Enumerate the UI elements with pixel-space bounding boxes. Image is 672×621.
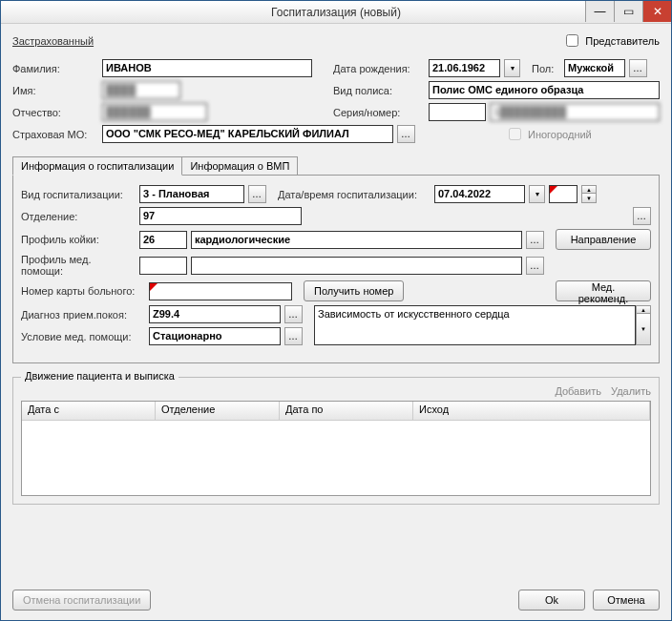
bed-profile-code-field[interactable]: 26 [139,231,187,249]
med-profile-label: Профиль мед. помощи: [21,254,136,277]
insured-link[interactable]: Застрахованный [12,35,94,47]
movement-grid-body[interactable] [22,421,650,495]
lastname-field[interactable]: ИВАНОВ [102,59,312,77]
bed-profile-picker-icon[interactable]: … [526,231,544,249]
number-field[interactable]: 1█████████ [490,103,660,121]
close-button[interactable]: ✕ [642,1,671,22]
tab-vmp-info[interactable]: Информация о ВМП [182,156,298,176]
dob-dropdown-icon[interactable]: ▾ [504,59,520,77]
med-profile-name-field[interactable] [191,257,522,275]
dob-label: Дата рождения: [333,63,425,74]
maximize-button[interactable]: ▭ [614,1,642,22]
bed-profile-label: Профиль койки: [21,234,136,245]
smo-picker-icon[interactable]: … [397,125,415,143]
minimize-button[interactable]: — [585,1,614,22]
get-number-button[interactable]: Получить номер [304,280,404,301]
referral-button[interactable]: Направление [556,229,651,250]
care-condition-label: Условие мед. помощи: [21,331,145,342]
admission-diag-text[interactable] [314,305,636,345]
tab-hospitalization-info[interactable]: Информация о госпитализации [12,156,182,176]
department-label: Отделение: [21,211,136,222]
representative-checkbox[interactable] [566,34,578,47]
movement-title: Движение пациента и выписка [21,370,178,382]
ok-button[interactable]: Ok [518,590,585,611]
required-marker-icon [150,283,158,291]
col-outcome[interactable]: Исход [413,402,650,420]
movement-grid[interactable]: Дата с Отделение Дата по Исход [21,401,651,496]
add-movement-link[interactable]: Добавить [555,385,601,397]
series-label: Серия/номер: [333,107,425,118]
tab-body: Вид госпитализации: 3 - Плановая … Дата/… [12,175,660,363]
col-date-from[interactable]: Дата с [22,402,156,420]
firstname-field[interactable]: ████ [102,81,180,99]
nonresident-checkbox-wrap: Иногородний [505,125,592,143]
representative-label: Представитель [585,35,660,47]
smo-field[interactable]: ООО "СМК РЕСО-МЕД" КАРЕЛЬСКИЙ ФИЛИАЛ [102,125,393,143]
care-condition-picker-icon[interactable]: … [284,327,303,345]
window-title: Госпитализация (новый) [271,6,401,19]
tab-strip: Информация о госпитализации Информация о… [12,156,660,176]
bed-profile-name-field[interactable]: кардиологические [191,231,522,249]
hosp-type-field[interactable]: 3 - Плановая [139,185,244,203]
chevron-up-icon[interactable]: ▲ [636,305,651,314]
movement-groupbox: Движение пациента и выписка Добавить Уда… [12,377,660,505]
hosp-type-picker-icon[interactable]: … [248,185,266,203]
hospitalization-dialog: Госпитализация (новый) — ▭ ✕ Застрахован… [0,0,672,621]
med-profile-code-field[interactable] [139,257,187,275]
chevron-up-icon[interactable]: ▲ [581,185,597,194]
lastname-label: Фамилия: [12,63,98,74]
admission-diag-label: Диагноз прием.покоя: [21,309,145,321]
delete-movement-link[interactable]: Удалить [611,385,651,397]
firstname-label: Имя: [12,85,98,96]
smo-label: Страховая МО: [12,129,98,140]
hosp-time-spinner[interactable]: ▲▼ [581,185,597,203]
sex-picker-icon[interactable]: … [629,59,647,77]
department-field[interactable]: 97 [139,207,302,225]
series-field[interactable] [429,103,486,121]
hosp-date-field[interactable]: 07.04.2022 [434,185,525,203]
nonresident-checkbox [509,128,521,140]
nonresident-label: Иногородний [528,129,592,140]
hosp-time-field[interactable] [549,185,578,203]
admission-diag-field[interactable]: Z99.4 [149,305,281,323]
sex-label: Пол: [532,63,560,74]
dialog-footer: Отмена госпитализации Ok Отмена [1,582,671,620]
diag-text-scroll[interactable]: ▲▼ [636,305,651,345]
card-no-label: Номер карты больного: [21,285,145,297]
department-picker-icon[interactable]: … [633,207,651,225]
chevron-down-icon[interactable]: ▼ [636,314,651,345]
hosp-date-dropdown-icon[interactable]: ▾ [529,185,545,203]
movement-grid-header: Дата с Отделение Дата по Исход [22,402,650,421]
midname-label: Отчество: [12,107,98,118]
care-condition-field[interactable]: Стационарно [149,327,281,345]
hosp-type-label: Вид госпитализации: [21,189,136,200]
representative-checkbox-wrap[interactable]: Представитель [562,31,660,50]
col-date-to[interactable]: Дата по [280,402,413,420]
required-marker-icon [550,186,557,194]
med-recommend-button[interactable]: Мед. рекоменд. [556,280,651,301]
chevron-down-icon[interactable]: ▼ [581,194,597,203]
titlebar[interactable]: Госпитализация (новый) — ▭ ✕ [1,1,671,24]
med-profile-picker-icon[interactable]: … [526,257,544,275]
admission-diag-picker-icon[interactable]: … [284,305,303,323]
cancel-hospitalization-button: Отмена госпитализации [12,590,151,611]
cancel-button[interactable]: Отмена [593,590,660,611]
sex-field[interactable]: Мужской [564,59,625,77]
card-no-field[interactable] [149,282,292,300]
dob-field[interactable]: 21.06.1962 [429,59,500,77]
policy-type-label: Вид полиса: [333,85,425,96]
policy-type-field[interactable]: Полис ОМС единого образца [429,81,660,99]
col-department[interactable]: Отделение [156,402,280,420]
midname-field[interactable]: ██████ [102,103,207,121]
hosp-datetime-label: Дата/время госпитализации: [278,189,430,200]
